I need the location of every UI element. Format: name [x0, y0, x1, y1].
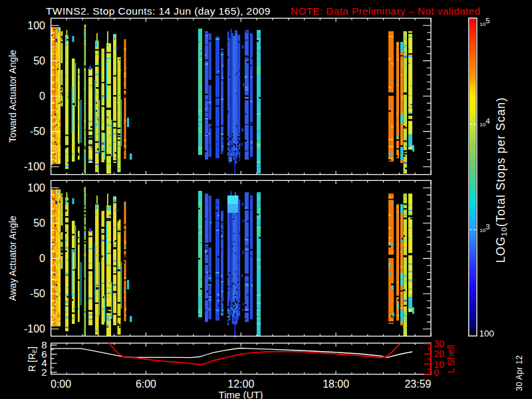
svg-text:Away Actuator Angle: Away Actuator Angle — [7, 215, 18, 301]
svg-text:6:00: 6:00 — [136, 378, 156, 390]
svg-text:0:00: 0:00 — [51, 378, 71, 390]
svg-text:Toward Actuator Angle: Toward Actuator Angle — [7, 50, 18, 143]
svg-text:NOTE: Data Preliminary – Not v: NOTE: Data Preliminary – Not validated — [291, 5, 481, 17]
svg-text:30 Apr 12: 30 Apr 12 — [515, 355, 524, 391]
svg-text:0: 0 — [434, 367, 440, 378]
svg-text:20: 20 — [434, 348, 445, 359]
svg-text:LOG10(Total Stops per Scan): LOG10(Total Stops per Scan) — [494, 97, 508, 263]
svg-text:50: 50 — [33, 217, 45, 229]
svg-text:0: 0 — [39, 90, 45, 102]
svg-text:100: 100 — [27, 182, 45, 194]
svg-text:8: 8 — [41, 339, 47, 350]
svg-text:100: 100 — [479, 329, 495, 338]
svg-text:12:00: 12:00 — [227, 378, 254, 390]
svg-text:TWINS2. Stop Counts: 14 Jun (d: TWINS2. Stop Counts: 14 Jun (day 165), 2… — [46, 5, 271, 17]
svg-text:-50: -50 — [30, 288, 45, 299]
svg-text:30: 30 — [434, 338, 445, 349]
svg-text:100: 100 — [27, 20, 45, 31]
svg-text:18:00: 18:00 — [323, 378, 349, 390]
svg-text:L Shell: L Shell — [446, 345, 456, 373]
svg-text:50: 50 — [33, 55, 45, 66]
svg-text:-50: -50 — [30, 126, 45, 137]
svg-text:23:59: 23:59 — [404, 378, 431, 390]
svg-text:-100: -100 — [24, 323, 45, 334]
svg-text:0: 0 — [39, 253, 45, 264]
svg-text:Time (UT): Time (UT) — [219, 389, 263, 399]
svg-text:-100: -100 — [24, 161, 45, 172]
